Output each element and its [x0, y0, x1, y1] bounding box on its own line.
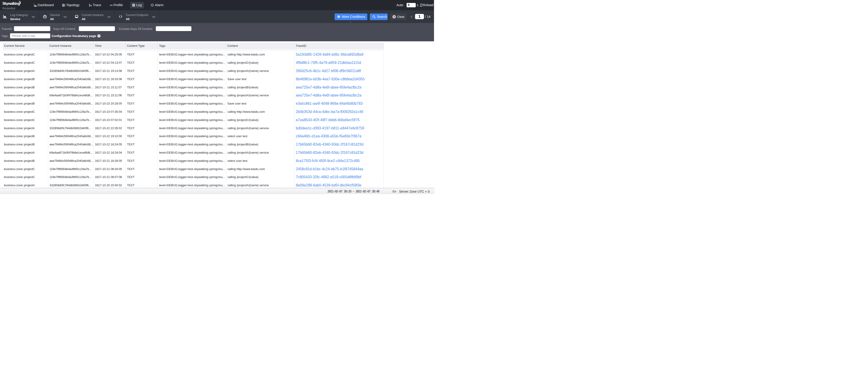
svg-text:?: ?	[98, 35, 100, 37]
